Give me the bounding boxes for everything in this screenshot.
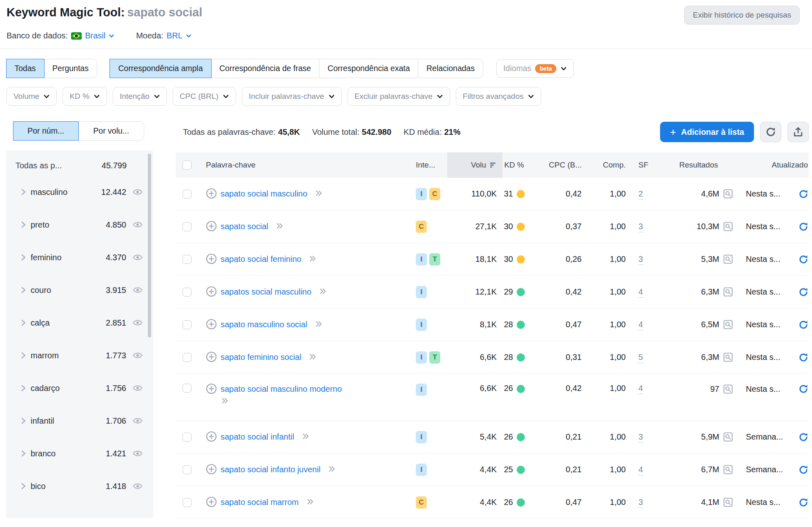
select-all-checkbox[interactable]	[183, 161, 192, 170]
tab[interactable]: Relacionadas	[418, 59, 483, 78]
eye-icon[interactable]	[132, 448, 143, 459]
serp-preview-icon[interactable]	[723, 319, 734, 330]
sf-value[interactable]: 4	[638, 320, 643, 330]
keyword-link[interactable]: sapato social	[221, 222, 268, 231]
sidebar-group-item[interactable]: feminino 4.370	[6, 241, 153, 274]
serp-preview-icon[interactable]	[723, 286, 734, 297]
sort-toggle-tab[interactable]: Por núm...	[13, 121, 79, 141]
eye-icon[interactable]	[132, 383, 143, 393]
sf-value[interactable]: 3	[638, 222, 643, 232]
keyword-link[interactable]: sapatos social masculino	[221, 287, 311, 296]
expand-keyword-icon[interactable]	[315, 319, 323, 330]
expand-keyword-icon[interactable]	[306, 497, 315, 508]
add-keyword-icon[interactable]	[206, 496, 217, 507]
serp-preview-icon[interactable]	[723, 188, 734, 199]
filter-dropdown[interactable]: Intenção	[113, 87, 167, 106]
sidebar-group-item[interactable]: preto 4.850	[6, 208, 153, 241]
add-to-list-button[interactable]: + Adicionar à lista	[660, 122, 754, 142]
row-checkbox[interactable]	[183, 384, 192, 393]
refresh-metrics-icon[interactable]	[798, 189, 809, 199]
col-results[interactable]: Resultados	[651, 152, 735, 178]
row-checkbox[interactable]	[183, 190, 192, 199]
sf-value[interactable]: 3	[638, 498, 643, 508]
refresh-metrics-icon[interactable]	[798, 384, 809, 394]
expand-keyword-icon[interactable]	[221, 396, 342, 407]
col-intent[interactable]: Inte...	[410, 152, 447, 178]
tab[interactable]: Todas	[6, 59, 45, 78]
eye-icon[interactable]	[132, 317, 143, 328]
keyword-link[interactable]: sapato social infantil	[221, 432, 294, 441]
refresh-metrics-icon[interactable]	[798, 497, 809, 508]
tab[interactable]: Perguntas	[44, 59, 97, 78]
row-checkbox[interactable]	[183, 433, 192, 442]
expand-keyword-icon[interactable]	[315, 189, 323, 200]
serp-preview-icon[interactable]	[723, 431, 734, 442]
serp-preview-icon[interactable]	[723, 352, 734, 363]
all-keywords-row[interactable]: Todas as p... 45.799	[6, 150, 153, 176]
expand-keyword-icon[interactable]	[308, 254, 317, 265]
sidebar-group-item[interactable]: marrom 1.773	[6, 339, 153, 372]
eye-icon[interactable]	[132, 350, 143, 361]
refresh-metrics-icon[interactable]	[798, 352, 809, 363]
serp-preview-icon[interactable]	[723, 254, 734, 265]
eye-icon[interactable]	[132, 285, 143, 295]
expand-keyword-icon[interactable]	[275, 221, 284, 232]
row-checkbox[interactable]	[183, 353, 192, 362]
sf-value[interactable]: 2	[638, 189, 643, 200]
sidebar-scrollbar[interactable]	[148, 154, 151, 337]
currency-selector[interactable]: BRL	[167, 31, 192, 40]
filter-dropdown[interactable]: Volume	[7, 87, 57, 106]
refresh-metrics-icon[interactable]	[798, 319, 809, 330]
eye-icon[interactable]	[132, 415, 143, 426]
col-comp[interactable]: Comp.	[584, 152, 629, 178]
sort-toggle-tab[interactable]: Por volu...	[78, 121, 145, 141]
eye-icon[interactable]	[132, 252, 143, 263]
refresh-metrics-icon[interactable]	[798, 464, 809, 475]
sidebar-group-item[interactable]: couro 3.915	[6, 274, 153, 306]
refresh-button[interactable]	[760, 122, 781, 142]
expand-keyword-icon[interactable]	[328, 464, 337, 476]
keyword-link[interactable]: sapato social masculino moderno	[221, 384, 342, 393]
sf-value[interactable]: 3	[638, 432, 643, 443]
col-cpc[interactable]: CPC (B...	[527, 152, 584, 178]
sidebar-group-item[interactable]: masculino 12.442	[6, 176, 153, 208]
add-keyword-icon[interactable]	[206, 188, 217, 199]
filter-dropdown[interactable]: Incluir palavras-chave	[242, 87, 342, 106]
serp-preview-icon[interactable]	[723, 497, 734, 508]
eye-icon[interactable]	[132, 481, 143, 491]
filter-dropdown[interactable]: CPC (BRL)	[173, 87, 236, 106]
sidebar-group-item[interactable]: branco 1.421	[6, 437, 153, 470]
filter-dropdown[interactable]: Filtros avançados	[456, 87, 541, 106]
add-keyword-icon[interactable]	[206, 464, 217, 475]
sf-value[interactable]: 3	[638, 255, 643, 265]
keyword-link[interactable]: sapato social infanto juvenil	[221, 465, 321, 474]
col-volume-sorted[interactable]: Volu	[447, 152, 502, 178]
sf-value[interactable]: 4	[638, 287, 643, 298]
serp-preview-icon[interactable]	[723, 221, 734, 232]
row-checkbox[interactable]	[183, 465, 192, 474]
keyword-link[interactable]: sapato feminino social	[221, 353, 301, 362]
tab[interactable]: Correspondência ampla	[109, 59, 211, 78]
col-updated[interactable]: Atualizado	[735, 152, 809, 178]
filter-dropdown[interactable]: KD %	[62, 87, 107, 106]
add-keyword-icon[interactable]	[206, 286, 217, 297]
sidebar-group-item[interactable]: infantil 1.706	[6, 404, 153, 437]
expand-keyword-icon[interactable]	[319, 287, 328, 298]
keyword-link[interactable]: sapato masculino social	[221, 320, 307, 329]
eye-icon[interactable]	[132, 219, 143, 230]
sf-value[interactable]: 4	[638, 384, 643, 394]
refresh-metrics-icon[interactable]	[798, 254, 809, 265]
col-kd[interactable]: KD %	[502, 152, 527, 178]
history-button[interactable]: Exibir histórico de pesquisas	[684, 6, 800, 25]
row-checkbox[interactable]	[183, 288, 192, 297]
sidebar-group-item[interactable]: calça 2.851	[6, 306, 153, 339]
tab[interactable]: Correspondência exata	[319, 59, 419, 78]
add-keyword-icon[interactable]	[206, 351, 217, 362]
refresh-metrics-icon[interactable]	[798, 221, 809, 232]
refresh-metrics-icon[interactable]	[798, 432, 809, 442]
add-keyword-icon[interactable]	[206, 431, 217, 442]
keyword-link[interactable]: sapato social feminino	[221, 255, 301, 264]
sf-value[interactable]: 4	[638, 465, 643, 476]
expand-keyword-icon[interactable]	[301, 432, 310, 443]
sidebar-group-item[interactable]: bico 1.418	[6, 470, 153, 502]
